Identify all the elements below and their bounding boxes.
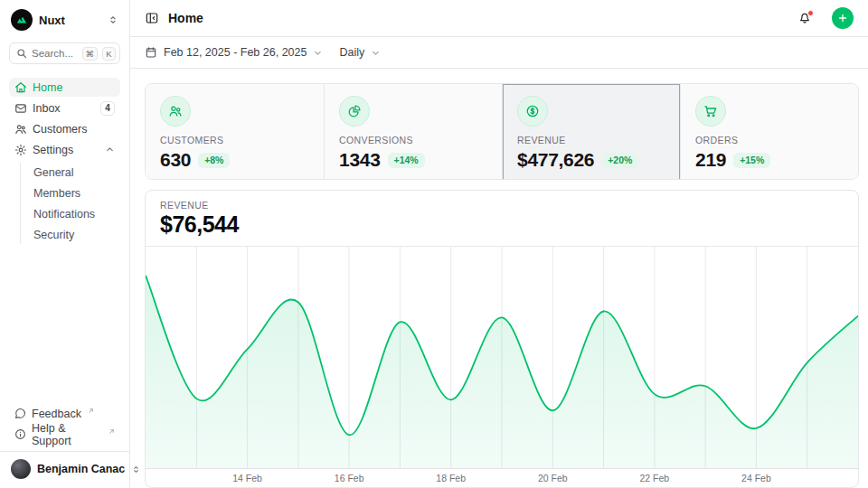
dollar-icon [517, 96, 548, 127]
stat-delta-badge: +8% [198, 153, 230, 168]
x-axis-tick: 16 Feb [335, 473, 364, 483]
stat-label: ORDERS [695, 135, 844, 145]
collapse-sidebar-button[interactable] [145, 11, 159, 25]
stat-value: 630 [160, 149, 191, 171]
sidebar: Nuxt Search... ⌘ K Home [0, 0, 130, 488]
user-section: Benjamin Canac [0, 451, 129, 481]
chevron-up-icon [105, 145, 115, 155]
external-link-icon [88, 408, 94, 414]
gear-icon [14, 144, 27, 156]
external-link-icon [108, 428, 115, 435]
kbd-cmd: ⌘ [82, 47, 99, 61]
granularity-label: Daily [339, 46, 364, 59]
cart-icon [695, 96, 726, 127]
chevron-down-icon [371, 48, 381, 58]
user-name: Benjamin Canac [37, 463, 125, 475]
pie-chart-icon [339, 96, 370, 127]
stat-card-orders[interactable]: ORDERS 219 +15% [680, 84, 858, 180]
subnav-label: General [33, 166, 73, 179]
inbox-icon [14, 102, 27, 115]
date-range-label: Feb 12, 2025 - Feb 26, 2025 [164, 46, 307, 59]
sidebar-item-settings[interactable]: Settings [9, 140, 120, 159]
sidebar-spacer [9, 244, 120, 404]
main-area: Home Feb 12, 2025 - Feb 26, 2025 Daily [130, 0, 868, 488]
sidebar-footer-links: Feedback Help & Support [9, 404, 120, 444]
granularity-select[interactable]: Daily [339, 46, 381, 59]
stat-value: 1343 [339, 149, 381, 171]
inbox-count-badge: 4 [100, 101, 115, 116]
x-axis-tick: 14 Feb [232, 473, 262, 483]
sidebar-item-general[interactable]: General [32, 163, 120, 182]
sidebar-item-security[interactable]: Security [32, 225, 120, 244]
top-header: Home [130, 0, 868, 37]
revenue-chart-card: REVENUE $76,544 14 Feb16 Feb18 Feb20 Feb… [145, 190, 859, 488]
x-axis-tick: 22 Feb [639, 473, 669, 483]
sidebar-nav: Home Inbox 4 Customers Sett [9, 78, 120, 244]
stat-delta-badge: +14% [388, 153, 425, 168]
date-range-picker[interactable]: Feb 12, 2025 - Feb 26, 2025 [145, 46, 323, 59]
chart-header: REVENUE $76,544 [146, 191, 858, 247]
subnav-label: Security [33, 229, 74, 241]
workspace-name: Nuxt [39, 14, 101, 27]
calendar-icon [145, 46, 157, 59]
nuxt-logo-icon [11, 9, 33, 31]
x-axis-tick: 18 Feb [436, 473, 466, 483]
sidebar-item-label: Home [33, 81, 62, 94]
help-support-label: Help & Support [32, 422, 102, 447]
content: CUSTOMERS 630 +8% CONVERSIONS 1343 +14% [130, 69, 868, 488]
stats-row: CUSTOMERS 630 +8% CONVERSIONS 1343 +14% [145, 83, 859, 180]
settings-subnav: General Members Notifications Security [20, 163, 120, 244]
x-axis: 14 Feb16 Feb18 Feb20 Feb22 Feb24 Feb [146, 469, 858, 488]
stat-delta-badge: +15% [733, 153, 770, 168]
stat-value: 219 [695, 149, 726, 171]
sidebar-item-members[interactable]: Members [32, 183, 120, 202]
notification-dot [807, 10, 814, 16]
search-placeholder: Search... [32, 48, 78, 59]
search-input[interactable]: Search... ⌘ K [9, 42, 120, 64]
app-root: Nuxt Search... ⌘ K Home [0, 0, 868, 488]
home-icon [14, 81, 27, 94]
search-icon [16, 48, 27, 59]
subnav-label: Members [33, 187, 80, 200]
chevron-up-down-icon [108, 14, 118, 25]
stat-card-conversions[interactable]: CONVERSIONS 1343 +14% [324, 84, 502, 180]
stat-value: $477,626 [517, 149, 594, 171]
stat-delta-badge: +20% [601, 153, 638, 168]
feedback-link[interactable]: Feedback [9, 404, 120, 423]
kbd-k: K [102, 47, 116, 61]
page-title: Home [168, 11, 788, 25]
sidebar-item-label: Settings [33, 144, 73, 156]
users-icon [160, 96, 191, 127]
sidebar-item-home[interactable]: Home [9, 78, 120, 97]
sidebar-item-label: Inbox [33, 102, 61, 115]
chart-headline: $76,544 [160, 211, 844, 237]
stat-card-customers[interactable]: CUSTOMERS 630 +8% [146, 84, 324, 180]
add-button[interactable] [832, 7, 854, 29]
feedback-label: Feedback [32, 408, 81, 420]
x-axis-tick: 20 Feb [538, 473, 568, 483]
stat-label: CUSTOMERS [160, 135, 309, 145]
avatar [11, 459, 31, 479]
info-circle-icon [14, 428, 26, 440]
sidebar-item-label: Customers [33, 123, 87, 136]
chart-label: REVENUE [160, 200, 844, 211]
users-icon [14, 123, 27, 136]
plus-icon [837, 13, 848, 23]
chat-bubble-icon [14, 408, 26, 419]
chevron-down-icon [313, 48, 323, 58]
x-axis-tick: 24 Feb [741, 473, 771, 483]
workspace-switcher[interactable]: Nuxt [9, 9, 120, 31]
user-menu[interactable]: Benjamin Canac [9, 459, 120, 479]
notifications-button[interactable] [797, 11, 812, 25]
help-support-link[interactable]: Help & Support [9, 425, 120, 444]
stat-card-revenue[interactable]: REVENUE $477,626 +20% [502, 84, 680, 180]
sidebar-item-notifications[interactable]: Notifications [32, 204, 120, 223]
revenue-area-chart[interactable] [146, 247, 858, 469]
sidebar-item-inbox[interactable]: Inbox 4 [9, 99, 120, 117]
stat-label: REVENUE [517, 135, 665, 145]
stat-label: CONVERSIONS [339, 135, 487, 145]
sidebar-item-customers[interactable]: Customers [9, 119, 120, 138]
subnav-label: Notifications [33, 208, 95, 221]
filters-toolbar: Feb 12, 2025 - Feb 26, 2025 Daily [130, 37, 868, 69]
